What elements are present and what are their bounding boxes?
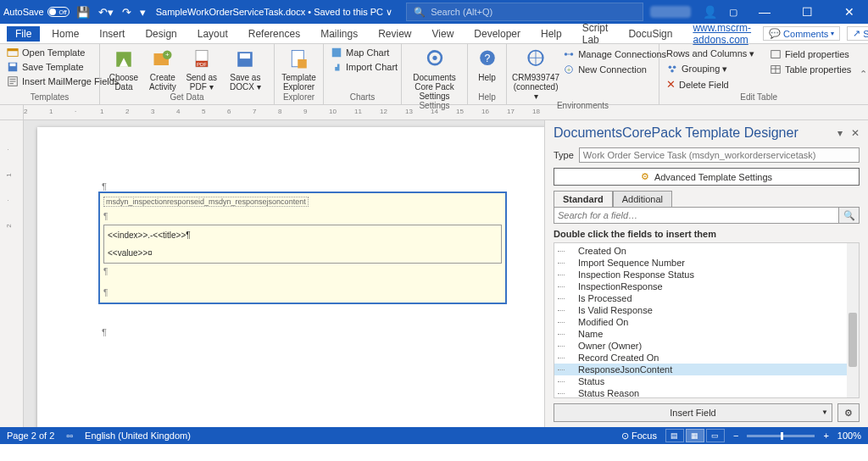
inner-content-box: <<index>>.-<<title>>¶ <<value>>¤: [103, 225, 502, 264]
tree-item[interactable]: Name: [554, 328, 859, 340]
tab-layout[interactable]: Layout: [189, 26, 236, 42]
dcp-settings-button[interactable]: Documents Core Pack Settings: [407, 46, 462, 101]
page-indicator[interactable]: Page 2 of 2: [7, 430, 54, 441]
help-button[interactable]: ?Help: [473, 46, 501, 92]
zoom-slider[interactable]: [747, 435, 815, 437]
tab-review[interactable]: Review: [370, 26, 420, 42]
document-name[interactable]: SampleWorkOrderServiceTask.docx • Saved …: [156, 7, 392, 18]
delete-field-button[interactable]: ✕Delete Field: [665, 77, 766, 92]
user-avatar-icon[interactable]: 👤: [703, 5, 717, 19]
book-icon[interactable]: ▫▫: [66, 430, 73, 441]
type-field[interactable]: Work Order Service Task (msdyn_workorder…: [579, 147, 860, 163]
field-search-button[interactable]: 🔍: [839, 207, 860, 224]
document-area[interactable]: ¶ msdyn_inspectionresponseid_msdyn_respo…: [24, 120, 544, 427]
content-control[interactable]: msdyn_inspectionresponseid_msdyn_respons…: [98, 192, 507, 304]
tab-file[interactable]: File: [7, 26, 40, 42]
print-layout-button[interactable]: ▦: [686, 429, 704, 442]
zoom-level[interactable]: 100%: [837, 430, 861, 441]
table-properties-button[interactable]: Table properties: [768, 63, 853, 76]
insert-mailmerge-button[interactable]: Insert MailMerge Fields: [5, 75, 94, 88]
new-connection-button[interactable]: +New Connection: [561, 63, 668, 76]
rows-columns-button[interactable]: Rows and Columns ▾: [665, 47, 766, 60]
read-mode-button[interactable]: ▤: [665, 429, 684, 442]
share-button[interactable]: ↗ Share: [847, 26, 868, 41]
edittable-group-label: Edit Table: [665, 92, 853, 103]
tab-mailings[interactable]: Mailings: [312, 26, 366, 42]
web-layout-button[interactable]: ▭: [706, 429, 725, 442]
tab-standard[interactable]: Standard: [554, 191, 613, 207]
tree-item[interactable]: Created On: [554, 245, 859, 257]
redo-icon[interactable]: ↷: [122, 6, 131, 19]
send-as-pdf-button[interactable]: PDFSend as PDF ▾: [183, 46, 220, 92]
tree-item[interactable]: InspectionResponse: [554, 280, 859, 292]
comments-button[interactable]: 💬 Comments ▾: [763, 26, 840, 41]
tree-item[interactable]: Import Sequence Number: [554, 257, 859, 269]
zoom-in-button[interactable]: +: [823, 430, 828, 441]
tab-insert[interactable]: Insert: [91, 26, 133, 42]
autosave-label: AutoSave: [3, 7, 44, 17]
qat-dropdown-icon[interactable]: ▾: [140, 6, 146, 19]
tab-home[interactable]: Home: [43, 26, 87, 42]
undo-icon[interactable]: ↶▾: [98, 6, 114, 19]
tree-item[interactable]: Is Valid Response: [554, 304, 859, 316]
collapse-ribbon-icon[interactable]: ⌃: [858, 44, 868, 104]
tab-developer[interactable]: Developer: [465, 26, 529, 42]
horizontal-ruler[interactable]: 21·123456789101112131415161718: [24, 105, 868, 119]
focus-mode-button[interactable]: ⊙ Focus: [621, 430, 657, 442]
tab-references[interactable]: References: [240, 26, 309, 42]
ribbon-mode-icon[interactable]: ▢: [729, 7, 737, 18]
autosave-toggle[interactable]: AutoSave Off: [3, 7, 70, 17]
svg-rect-13: [240, 53, 250, 58]
svg-point-22: [565, 53, 568, 56]
tree-item[interactable]: Is Processed: [554, 292, 859, 304]
choose-data-button[interactable]: Choose Data: [105, 46, 142, 92]
tree-item[interactable]: Inspection Response Status: [554, 269, 859, 280]
zoom-out-button[interactable]: −: [733, 430, 738, 441]
tree-item[interactable]: ResponseJsonContent: [554, 364, 859, 375]
tree-item[interactable]: Owner (Owner): [554, 340, 859, 352]
insert-field-button[interactable]: Insert Field ▼: [554, 403, 832, 422]
svg-rect-3: [10, 64, 16, 67]
minimize-button[interactable]: —: [749, 5, 780, 19]
options-button[interactable]: ⚙: [837, 403, 860, 422]
chevron-down-icon: ▼: [821, 408, 828, 416]
save-template-button[interactable]: Save Template: [5, 60, 94, 74]
close-button[interactable]: ✕: [834, 5, 865, 19]
tab-view[interactable]: View: [424, 26, 463, 42]
template-explorer-button[interactable]: Template Explorer: [280, 46, 318, 92]
help-group-label: Help: [473, 92, 501, 103]
crm-connection-button[interactable]: CRM939747 (connected) ▾: [512, 46, 559, 101]
tree-item[interactable]: Status Reason: [554, 387, 859, 398]
tab-docusign[interactable]: DocuSign: [620, 26, 681, 42]
tab-additional[interactable]: Additional: [613, 191, 672, 207]
tab-scriptlab[interactable]: Script Lab: [574, 20, 617, 47]
tab-addons[interactable]: www.mscrm-addons.com: [684, 20, 760, 47]
svg-point-27: [673, 66, 676, 69]
vertical-ruler[interactable]: · 1 · 2: [0, 120, 24, 427]
settings-icon: ⚙: [641, 171, 649, 182]
tab-help[interactable]: Help: [532, 26, 570, 42]
manage-connections-button[interactable]: Manage Connections: [561, 47, 668, 61]
toggle-off-icon: Off: [47, 7, 70, 17]
language-indicator[interactable]: English (United Kingdom): [85, 430, 191, 441]
pane-menu-icon[interactable]: ▾: [837, 127, 843, 139]
search-box[interactable]: 🔍 Search (Alt+Q): [406, 3, 643, 21]
field-search-input[interactable]: [554, 207, 839, 224]
maximize-button[interactable]: ☐: [792, 5, 822, 19]
tree-scrollbar[interactable]: [847, 243, 859, 397]
create-activity-button[interactable]: +Create Activity: [144, 46, 181, 92]
tree-item[interactable]: Status: [554, 375, 859, 387]
advanced-settings-button[interactable]: ⚙ Advanced Template Settings: [554, 168, 860, 186]
map-chart-button[interactable]: Map Chart: [329, 46, 396, 59]
pane-close-icon[interactable]: ✕: [851, 127, 860, 139]
import-chart-button[interactable]: Import Chart: [329, 60, 396, 74]
tree-item[interactable]: Record Created On: [554, 352, 859, 364]
save-icon[interactable]: 💾: [76, 6, 90, 19]
field-tree[interactable]: Created OnImport Sequence NumberInspecti…: [554, 242, 860, 398]
tree-item[interactable]: Modified On: [554, 316, 859, 328]
save-as-docx-button[interactable]: Save as DOCX ▾: [222, 46, 269, 92]
tab-design[interactable]: Design: [136, 26, 185, 42]
field-properties-button[interactable]: Field properties: [768, 47, 853, 61]
grouping-button[interactable]: Grouping ▾: [665, 62, 766, 75]
open-template-button[interactable]: Open Template: [5, 46, 94, 59]
